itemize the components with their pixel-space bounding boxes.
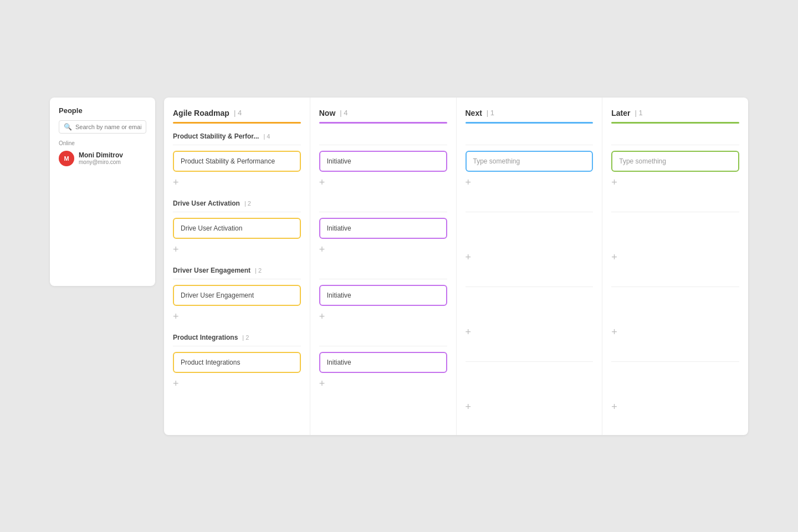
- search-input[interactable]: [75, 124, 141, 130]
- add-driver-user-engagement-btn[interactable]: +: [173, 310, 301, 323]
- user-row: M Moni Dimitrov mony@miro.com: [59, 151, 146, 166]
- card-product-integrations[interactable]: Product Integrations: [173, 352, 301, 373]
- column-next: Next | 1 Type something + +: [457, 98, 603, 435]
- add-now-2-btn[interactable]: +: [319, 243, 447, 255]
- column-later: Later | 1 Type something + +: [602, 98, 748, 435]
- column-agile-header: Agile Roadmap | 4: [173, 109, 301, 117]
- add-later-2-btn[interactable]: +: [611, 251, 739, 263]
- later-group-4-divider: [611, 361, 739, 362]
- people-title: People: [59, 106, 146, 115]
- now-group-2-divider: [319, 212, 447, 212]
- next-group-4: +: [466, 349, 594, 413]
- now-card-initiative-3[interactable]: Initiative: [319, 285, 447, 306]
- column-now-count: | 4: [340, 109, 347, 117]
- add-next-2-btn[interactable]: +: [466, 251, 594, 263]
- next-group-4-divider: [466, 361, 594, 362]
- now-group-1: Initiative +: [319, 132, 447, 188]
- add-now-4-btn[interactable]: +: [319, 377, 447, 390]
- add-drive-user-activation-btn[interactable]: +: [173, 243, 301, 255]
- add-now-3-btn[interactable]: +: [319, 310, 447, 323]
- group-product-integrations-divider: [173, 346, 301, 346]
- group-product-integrations-count: | 2: [242, 334, 249, 341]
- later-empty-3: [611, 293, 739, 321]
- column-agile-divider: [173, 122, 301, 124]
- add-later-3-btn[interactable]: +: [611, 326, 739, 338]
- column-later-header: Later | 1: [611, 109, 739, 117]
- later-group-2: +: [611, 200, 739, 263]
- now-card-initiative-4[interactable]: Initiative: [319, 352, 447, 373]
- group-product-integrations-header: Product Integrations | 2: [173, 334, 301, 341]
- next-group-3-divider: [466, 287, 594, 287]
- card-drive-user-activation[interactable]: Drive User Activation: [173, 218, 301, 239]
- group-driver-user-engagement-name: Driver User Engagement: [173, 267, 250, 274]
- column-later-count: | 1: [635, 109, 642, 117]
- column-agile-title: Agile Roadmap: [173, 109, 229, 117]
- add-later-4-btn[interactable]: +: [611, 401, 739, 413]
- later-group-1-divider: [611, 145, 739, 145]
- next-group-1: Type something +: [466, 132, 594, 188]
- later-empty-4: [611, 367, 739, 396]
- add-next-4-btn[interactable]: +: [466, 401, 594, 413]
- later-group-4: +: [611, 349, 739, 413]
- later-group-2-divider: [611, 212, 739, 212]
- group-drive-user-activation-name: Drive User Activation: [173, 200, 240, 207]
- add-product-integrations-btn[interactable]: +: [173, 377, 301, 390]
- group-product-stability-header: Product Stability & Perfor... | 4: [173, 132, 301, 140]
- group-driver-user-engagement: Driver User Engagement | 2 Driver User E…: [173, 267, 301, 323]
- column-now-title: Now: [319, 109, 336, 117]
- column-now-divider: [319, 122, 447, 124]
- group-drive-user-activation-divider: [173, 212, 301, 212]
- now-group-2: Initiative +: [319, 200, 447, 255]
- column-agile-count: | 4: [234, 109, 242, 117]
- column-next-header: Next | 1: [466, 109, 594, 117]
- next-card-type-something-1[interactable]: Type something: [466, 151, 594, 172]
- online-label: Online: [59, 140, 146, 146]
- group-product-integrations-name: Product Integrations: [173, 334, 238, 341]
- group-drive-user-activation-header: Drive User Activation | 2: [173, 200, 301, 207]
- now-group-4: Initiative +: [319, 334, 447, 390]
- group-product-integrations: Product Integrations | 2 Product Integra…: [173, 334, 301, 390]
- user-name: Moni Dimitrov: [79, 151, 123, 159]
- group-product-stability: Product Stability & Perfor... | 4 Produc…: [173, 132, 301, 188]
- main-container: People 🔍 Online M Moni Dimitrov mony@mir…: [39, 86, 759, 446]
- group-product-stability-name: Product Stability & Perfor...: [173, 132, 259, 140]
- card-driver-user-engagement[interactable]: Driver User Engagement: [173, 285, 301, 306]
- group-drive-user-activation: Drive User Activation | 2 Drive User Act…: [173, 200, 301, 255]
- next-group-2: +: [466, 200, 594, 263]
- group-driver-user-engagement-count: | 2: [255, 267, 262, 274]
- later-card-type-something-1[interactable]: Type something: [611, 151, 739, 172]
- search-box[interactable]: 🔍: [59, 120, 146, 134]
- search-icon: 🔍: [64, 123, 72, 131]
- group-product-stability-count: | 4: [263, 133, 270, 140]
- add-next-1-btn[interactable]: +: [466, 176, 594, 188]
- column-agile: Agile Roadmap | 4 Product Stability & Pe…: [164, 98, 310, 435]
- now-card-initiative-2[interactable]: Initiative: [319, 218, 447, 239]
- card-product-stability[interactable]: Product Stability & Performance: [173, 151, 301, 172]
- column-next-count: | 1: [487, 109, 494, 117]
- next-group-2-divider: [466, 212, 594, 212]
- now-group-1-divider: [319, 145, 447, 145]
- group-driver-user-engagement-divider: [173, 279, 301, 279]
- now-group-3: Initiative +: [319, 267, 447, 323]
- now-card-initiative-1[interactable]: Initiative: [319, 151, 447, 172]
- people-panel: People 🔍 Online M Moni Dimitrov mony@mir…: [50, 98, 155, 286]
- later-group-3: +: [611, 274, 739, 338]
- add-now-1-btn[interactable]: +: [319, 176, 447, 188]
- now-group-4-divider: [319, 346, 447, 346]
- add-next-3-btn[interactable]: +: [466, 326, 594, 338]
- later-empty-2: [611, 218, 739, 247]
- column-now-header: Now | 4: [319, 109, 447, 117]
- now-group-3-divider: [319, 279, 447, 279]
- column-next-divider: [466, 122, 594, 124]
- user-email: mony@miro.com: [79, 159, 123, 165]
- add-product-stability-btn[interactable]: +: [173, 176, 301, 188]
- next-empty-2: [466, 218, 594, 247]
- later-group-3-divider: [611, 287, 739, 287]
- add-later-1-btn[interactable]: +: [611, 176, 739, 188]
- next-group-1-divider: [466, 145, 594, 145]
- column-later-divider: [611, 122, 739, 124]
- avatar: M: [59, 151, 74, 166]
- group-product-stability-divider: [173, 145, 301, 145]
- column-next-title: Next: [466, 109, 482, 117]
- next-empty-3: [466, 293, 594, 321]
